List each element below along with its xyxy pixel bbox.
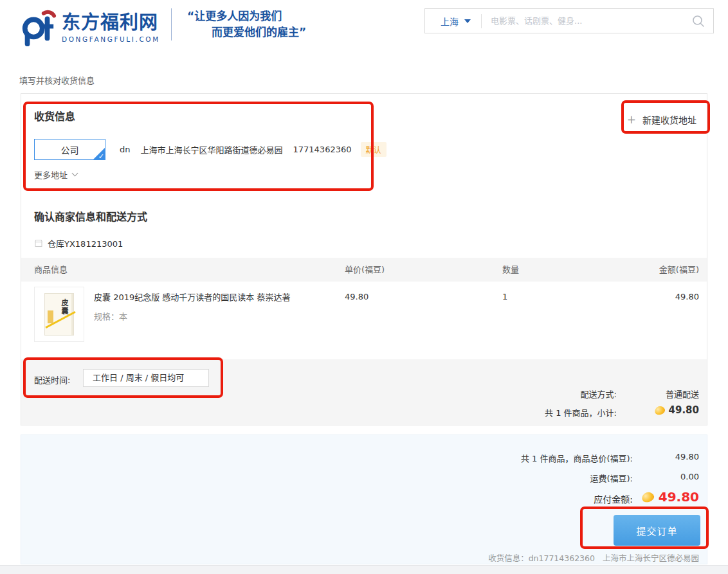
- subtotal-value: 49.80: [669, 404, 699, 416]
- merchant-section-title: 确认商家信息和配送方式: [34, 208, 147, 224]
- search-input[interactable]: [482, 16, 691, 26]
- footer-info-label: 收货信息：: [488, 553, 529, 563]
- column-header-quantity: 数量: [502, 258, 612, 282]
- address-text: 上海市上海长宁区华阳路街道德必易园: [141, 143, 283, 156]
- book-cover: 皮囊: [44, 293, 74, 336]
- warehouse-label: 仓库YX181213001: [48, 237, 123, 249]
- subtotal-label: 共 1 件商品，小计:: [545, 406, 617, 418]
- address-row: 公司 ✓ dn 上海市上海长宁区华阳路街道德必易园 17714362360 默认: [34, 139, 387, 160]
- column-header-amount: 金额(福豆): [612, 258, 699, 282]
- shipping-fee-value: 0.00: [680, 472, 699, 481]
- shop-icon: [34, 239, 43, 247]
- site-logo[interactable]: 东方福利网 DONGFANGFULI.COM: [19, 9, 160, 46]
- site-header: 东方福利网 DONGFANGFULI.COM “让更多人因为我们 而更爱他们的雇…: [0, 0, 728, 58]
- column-header-unit-price: 单价(福豆): [345, 258, 502, 282]
- more-addresses-label: 更多地址: [34, 168, 68, 181]
- product-table-header: 商品信息 单价(福豆) 数量 金额(福豆): [21, 258, 707, 282]
- recipient-name: dn: [120, 145, 131, 154]
- phone-number: 17714362360: [293, 145, 352, 154]
- payable-amount: 49.80: [659, 489, 699, 505]
- check-icon: ✓: [98, 152, 104, 160]
- order-card: 收货信息 + 新建收货地址 公司 ✓ dn 上海市上海长宁区华阳路街道德必易园 …: [21, 93, 707, 426]
- book-cover-title: 皮囊: [59, 299, 69, 316]
- bean-currency-icon: [653, 404, 666, 415]
- amount-value: 49.80: [612, 282, 699, 359]
- plus-icon: +: [627, 113, 636, 126]
- delivery-method-label: 配送方式:: [581, 388, 617, 400]
- brand-text: 东方福利网 DONGFANGFULI.COM: [62, 9, 160, 43]
- column-header-product: 商品信息: [34, 258, 345, 282]
- slogan-line2: 而更爱他们的雇主”: [187, 24, 306, 40]
- bean-currency-icon: [641, 490, 655, 503]
- caret-down-icon: [464, 19, 471, 23]
- payable-label: 应付金额:: [594, 492, 633, 505]
- delivery-time-label: 配送时间:: [34, 373, 70, 386]
- brand-name-cn: 东方福利网: [62, 12, 160, 33]
- address-tag-company-button[interactable]: 公司 ✓: [34, 139, 105, 160]
- footer-contact: dn17714362360: [529, 553, 595, 563]
- address-tag-label: 公司: [61, 143, 79, 156]
- page-footer-strip: [0, 565, 728, 574]
- slogan-line1: “让更多人因为我们: [187, 8, 306, 24]
- chevron-down-icon: [72, 170, 78, 177]
- city-label: 上海: [441, 15, 459, 28]
- product-spec: 规格：本: [94, 310, 290, 322]
- brand-qf-icon: [19, 9, 57, 46]
- new-address-button[interactable]: + 新建收货地址: [627, 113, 696, 126]
- delivery-time-select[interactable]: 工作日 / 周末 / 假日均可: [83, 369, 209, 387]
- default-badge: 默认: [361, 142, 387, 157]
- delivery-options-block: 配送时间: 工作日 / 周末 / 假日均可 配送方式: 普通配送 共 1 件商品…: [21, 359, 707, 426]
- delivery-method-value: 普通配送: [666, 388, 699, 400]
- new-address-label: 新建收货地址: [642, 113, 696, 126]
- header-divider: [171, 8, 172, 40]
- brand-slogan: “让更多人因为我们 而更爱他们的雇主”: [187, 8, 306, 40]
- submit-order-button[interactable]: 提交订单: [614, 515, 700, 546]
- shipping-fee-label: 运费(福豆):: [590, 472, 633, 484]
- book-label-decoration: [48, 310, 53, 323]
- step-title: 填写并核对收货信息: [19, 74, 95, 86]
- total-price-value: 49.80: [675, 452, 699, 462]
- subtotal-value-wrap: 49.80: [655, 404, 699, 416]
- product-info: 皮囊 2019纪念版 感动千万读者的国民读本 蔡崇达著 规格：本: [94, 287, 290, 359]
- footer-shipping-info: 收货信息：dn17714362360上海市上海长宁区德必易园: [488, 552, 699, 564]
- product-cell: 皮囊 皮囊 2019纪念版 感动千万读者的国民读本 蔡崇达著 规格：本: [34, 282, 345, 359]
- search-bar: 上海: [424, 8, 714, 33]
- quantity-value: 1: [502, 282, 612, 359]
- city-selector[interactable]: 上海: [425, 15, 481, 28]
- more-addresses-link[interactable]: 更多地址: [34, 168, 77, 181]
- footer-address: 上海市上海长宁区德必易园: [603, 553, 699, 563]
- search-icon[interactable]: [691, 14, 705, 28]
- order-summary-panel: 共 1 件商品，商品总价(福豆): 49.80 运费(福豆): 0.00 应付金…: [21, 435, 707, 564]
- payable-value-wrap: 49.80: [642, 489, 699, 505]
- shipping-section-title: 收货信息: [34, 108, 75, 123]
- warehouse-row: 仓库YX181213001: [34, 237, 123, 249]
- table-row: 皮囊 皮囊 2019纪念版 感动千万读者的国民读本 蔡崇达著 规格：本 49.8…: [21, 282, 707, 359]
- checkout-page: 东方福利网 DONGFANGFULI.COM “让更多人因为我们 而更爱他们的雇…: [0, 0, 728, 574]
- product-title[interactable]: 皮囊 2019纪念版 感动千万读者的国民读本 蔡崇达著: [94, 292, 290, 303]
- total-price-label: 共 1 件商品，商品总价(福豆):: [521, 452, 633, 464]
- product-thumbnail[interactable]: 皮囊: [34, 287, 84, 342]
- unit-price-value: 49.80: [345, 282, 502, 359]
- brand-name-en: DONGFANGFULI.COM: [62, 35, 160, 43]
